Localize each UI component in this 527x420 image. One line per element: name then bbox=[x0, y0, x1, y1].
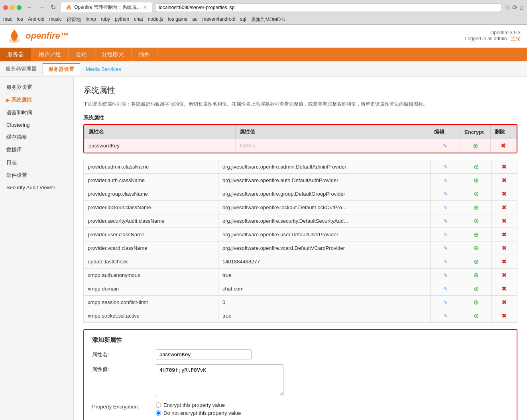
prop-encrypt-cell[interactable]: ⊕ bbox=[461, 296, 491, 309]
bookmark-sql[interactable]: sql bbox=[240, 16, 246, 23]
prop-edit-cell[interactable]: ✎ bbox=[431, 296, 461, 309]
browser-tab[interactable]: 🔥 Openfire 管理控制台：系统属... ✕ bbox=[61, 2, 152, 12]
prop-delete-cell[interactable]: ✖ bbox=[491, 160, 517, 174]
prop-encrypt-cell[interactable]: ⊕ bbox=[461, 214, 491, 228]
prop-edit-cell[interactable]: ✎ bbox=[431, 201, 461, 214]
prop-delete-cell[interactable]: ✖ bbox=[491, 309, 517, 323]
home-icon[interactable]: ⌂ bbox=[520, 4, 524, 11]
prop-delete-cell[interactable]: ✖ bbox=[491, 282, 517, 296]
bookmark-maven4android[interactable]: maven4android bbox=[203, 16, 236, 23]
prop-encrypt-passwordkey[interactable]: ⊕ bbox=[460, 139, 491, 153]
prop-encrypt-cell[interactable]: ⊕ bbox=[461, 160, 491, 174]
encrypt-add-icon[interactable]: ⊕ bbox=[474, 258, 479, 265]
delete-icon[interactable]: ✖ bbox=[501, 245, 507, 251]
prop-encrypt-cell[interactable]: ⊕ bbox=[461, 255, 491, 269]
bookmark-music[interactable]: music bbox=[49, 16, 61, 23]
prop-edit-passwordkey[interactable]: ✎ bbox=[430, 139, 460, 153]
sidebar-item-cache[interactable]: 缓存摘要 bbox=[0, 131, 73, 143]
prop-edit-cell[interactable]: ✎ bbox=[431, 228, 461, 241]
prop-delete-passwordkey[interactable]: ✖ bbox=[490, 139, 516, 153]
subnav-server-manager[interactable]: 服务器管理器 bbox=[0, 63, 43, 75]
prop-edit-cell[interactable]: ✎ bbox=[431, 255, 461, 269]
sidebar-item-clustering[interactable]: Clustering bbox=[0, 119, 73, 131]
sidebar-item-system-props[interactable]: ▶ 系统属性 bbox=[0, 94, 73, 106]
edit-icon[interactable]: ✎ bbox=[443, 313, 448, 319]
edit-icon[interactable]: ✎ bbox=[443, 218, 448, 224]
delete-icon[interactable]: ✖ bbox=[501, 142, 506, 149]
prop-encrypt-cell[interactable]: ⊕ bbox=[461, 187, 491, 201]
encrypt-icon[interactable]: ⊕ bbox=[473, 142, 478, 149]
sidebar-item-logs[interactable]: 日志 bbox=[0, 156, 73, 169]
prop-encrypt-cell[interactable]: ⊕ bbox=[461, 228, 491, 241]
prop-edit-cell[interactable]: ✎ bbox=[431, 269, 461, 282]
delete-icon[interactable]: ✖ bbox=[501, 312, 507, 319]
delete-icon[interactable]: ✖ bbox=[501, 190, 507, 197]
delete-icon[interactable]: ✖ bbox=[501, 258, 507, 265]
logout-link[interactable]: 注销 bbox=[511, 36, 521, 41]
edit-icon[interactable]: ✎ bbox=[443, 232, 448, 238]
encrypt-add-icon[interactable]: ⊕ bbox=[474, 312, 479, 319]
subnav-media-services[interactable]: Media Services bbox=[80, 64, 127, 74]
back-button[interactable]: ← bbox=[25, 3, 35, 12]
minimize-dot[interactable] bbox=[10, 5, 15, 10]
delete-icon[interactable]: ✖ bbox=[501, 231, 507, 238]
prop-edit-cell[interactable]: ✎ bbox=[431, 309, 461, 323]
prop-delete-cell[interactable]: ✖ bbox=[491, 228, 517, 241]
prop-edit-cell[interactable]: ✎ bbox=[431, 214, 461, 228]
prop-edit-cell[interactable]: ✎ bbox=[431, 187, 461, 201]
sidebar-item-server-settings[interactable]: 服务器设置 bbox=[0, 81, 73, 94]
prop-encrypt-cell[interactable]: ⊕ bbox=[461, 309, 491, 323]
delete-icon[interactable]: ✖ bbox=[501, 299, 507, 306]
radio-encrypt[interactable] bbox=[156, 402, 161, 408]
star-icon[interactable]: ☆ bbox=[504, 4, 510, 11]
forward-button[interactable]: → bbox=[37, 3, 47, 12]
encrypt-add-icon[interactable]: ⊕ bbox=[474, 285, 479, 292]
nav-sessions[interactable]: 会话 bbox=[69, 48, 94, 61]
close-dot[interactable] bbox=[3, 5, 8, 10]
subnav-server-settings[interactable]: 服务器设置 bbox=[43, 63, 80, 75]
bookmark-nodejs[interactable]: node.js bbox=[148, 16, 163, 23]
refresh-icon[interactable]: ⟳ bbox=[512, 4, 517, 11]
prop-delete-cell[interactable]: ✖ bbox=[491, 201, 517, 214]
sidebar-item-lang-time[interactable]: 语言和时间 bbox=[0, 106, 73, 119]
edit-icon[interactable]: ✎ bbox=[443, 259, 448, 265]
encrypt-add-icon[interactable]: ⊕ bbox=[474, 231, 479, 238]
sidebar-item-mail[interactable]: 邮件设置 bbox=[0, 169, 73, 182]
prop-edit-cell[interactable]: ✎ bbox=[431, 160, 461, 174]
bookmark-ios[interactable]: ios bbox=[17, 16, 23, 23]
prop-delete-cell[interactable]: ✖ bbox=[491, 241, 517, 255]
delete-icon[interactable]: ✖ bbox=[501, 177, 507, 184]
delete-icon[interactable]: ✖ bbox=[501, 204, 507, 211]
bookmark-dede[interactable]: 得得地 bbox=[67, 16, 81, 23]
bookmark-lnmp[interactable]: lnmp bbox=[86, 16, 96, 23]
encrypt-add-icon[interactable]: ⊕ bbox=[474, 245, 479, 251]
bookmark-mac[interactable]: mac bbox=[3, 16, 12, 23]
bookmark-android[interactable]: Android bbox=[28, 16, 44, 23]
maximize-dot[interactable] bbox=[17, 5, 22, 10]
edit-icon[interactable]: ✎ bbox=[443, 299, 448, 306]
prop-encrypt-cell[interactable]: ⊕ bbox=[461, 201, 491, 214]
prop-edit-cell[interactable]: ✎ bbox=[431, 174, 461, 187]
prop-encrypt-cell[interactable]: ⊕ bbox=[461, 174, 491, 187]
sidebar-item-security-audit[interactable]: Security Audit Viewer bbox=[0, 182, 73, 193]
encrypt-add-icon[interactable]: ⊕ bbox=[474, 299, 479, 306]
prop-delete-cell[interactable]: ✖ bbox=[491, 296, 517, 309]
edit-icon[interactable]: ✎ bbox=[443, 143, 448, 149]
bookmark-ruby[interactable]: ruby bbox=[101, 16, 110, 23]
edit-icon[interactable]: ✎ bbox=[443, 272, 448, 279]
encrypt-add-icon[interactable]: ⊕ bbox=[474, 177, 479, 184]
encrypt-add-icon[interactable]: ⊕ bbox=[474, 204, 479, 211]
edit-icon[interactable]: ✎ bbox=[443, 177, 448, 184]
edit-icon[interactable]: ✎ bbox=[443, 204, 448, 211]
prop-encrypt-cell[interactable]: ⊕ bbox=[461, 241, 491, 255]
bookmark-au[interactable]: au bbox=[192, 16, 197, 23]
delete-icon[interactable]: ✖ bbox=[501, 218, 507, 224]
delete-icon[interactable]: ✖ bbox=[501, 272, 507, 279]
bookmark-python[interactable]: python bbox=[115, 16, 129, 23]
encrypt-add-icon[interactable]: ⊕ bbox=[474, 190, 479, 197]
nav-server[interactable]: 服务器 bbox=[0, 48, 31, 61]
address-bar[interactable] bbox=[155, 3, 501, 12]
prop-encrypt-cell[interactable]: ⊕ bbox=[461, 282, 491, 296]
property-value-textarea[interactable] bbox=[156, 364, 283, 396]
delete-icon[interactable]: ✖ bbox=[501, 163, 507, 170]
